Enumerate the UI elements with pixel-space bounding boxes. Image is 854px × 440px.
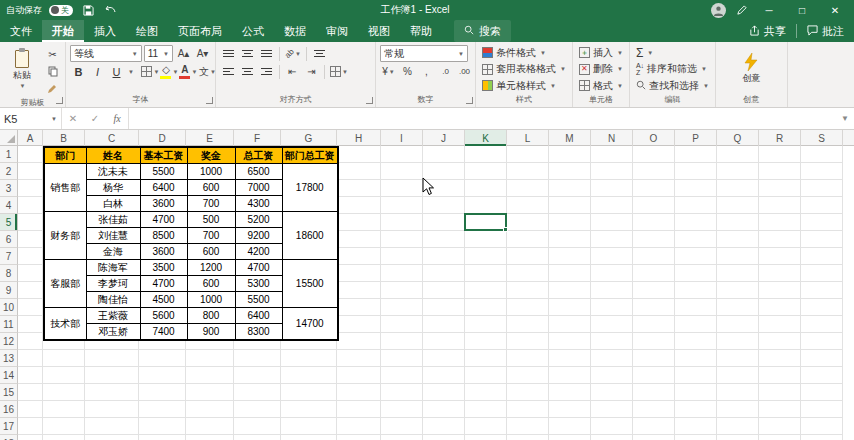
cell-N11[interactable] bbox=[591, 316, 633, 333]
cell-Q1[interactable] bbox=[717, 146, 759, 163]
cancel-entry-icon[interactable]: ✕ bbox=[62, 108, 84, 129]
tab-数据[interactable]: 数据 bbox=[274, 20, 316, 42]
cell-J17[interactable] bbox=[423, 418, 465, 435]
column-header-K[interactable]: K bbox=[465, 130, 507, 146]
cell-K11[interactable] bbox=[465, 316, 507, 333]
italic-button[interactable]: I bbox=[89, 64, 106, 79]
cell-A13[interactable] bbox=[18, 350, 43, 367]
cell-J11[interactable] bbox=[423, 316, 465, 333]
cell-L6[interactable] bbox=[507, 231, 549, 248]
fill-color-button[interactable]: ◇▼ bbox=[161, 64, 178, 79]
cell-Q14[interactable] bbox=[717, 367, 759, 384]
insert-function-button[interactable]: fx bbox=[106, 108, 128, 129]
cell-F13[interactable] bbox=[234, 350, 281, 367]
cell-A4[interactable] bbox=[18, 197, 43, 214]
cell-C14[interactable] bbox=[85, 367, 139, 384]
dept-cell[interactable]: 技术部 bbox=[44, 308, 86, 341]
cell-Q17[interactable] bbox=[717, 418, 759, 435]
cell-O5[interactable] bbox=[633, 214, 675, 231]
cell-M9[interactable] bbox=[549, 282, 591, 299]
table-cell[interactable]: 1000 bbox=[187, 164, 235, 180]
column-header-B[interactable]: B bbox=[43, 130, 85, 146]
cell-N15[interactable] bbox=[591, 384, 633, 401]
cell-O4[interactable] bbox=[633, 197, 675, 214]
table-cell[interactable]: 邓玉娇 bbox=[86, 324, 140, 341]
table-cell[interactable]: 600 bbox=[187, 276, 235, 292]
cell-G16[interactable] bbox=[281, 401, 337, 418]
cell-H11[interactable] bbox=[337, 316, 381, 333]
cell-Q16[interactable] bbox=[717, 401, 759, 418]
table-cell[interactable]: 600 bbox=[187, 180, 235, 196]
percent-button[interactable]: % bbox=[399, 64, 416, 79]
borders-button[interactable]: ▼ bbox=[142, 64, 159, 79]
cell-F17[interactable] bbox=[234, 418, 281, 435]
cell-A9[interactable] bbox=[18, 282, 43, 299]
cell-E18[interactable] bbox=[186, 435, 234, 440]
cell-F15[interactable] bbox=[234, 384, 281, 401]
column-header-I[interactable]: I bbox=[381, 130, 423, 146]
row-header-16[interactable]: 16 bbox=[0, 401, 18, 418]
cell-M3[interactable] bbox=[549, 180, 591, 197]
cell-D13[interactable] bbox=[139, 350, 186, 367]
find-select-button[interactable]: 查找和选择▼ bbox=[634, 78, 711, 93]
cell-I13[interactable] bbox=[381, 350, 423, 367]
undo-icon[interactable] bbox=[103, 2, 119, 18]
cell-J18[interactable] bbox=[423, 435, 465, 440]
cell-C13[interactable] bbox=[85, 350, 139, 367]
cell-N12[interactable] bbox=[591, 333, 633, 350]
cut-button[interactable]: ✂ bbox=[44, 47, 61, 62]
cell-G18[interactable] bbox=[281, 435, 337, 440]
comma-button[interactable]: , bbox=[418, 64, 435, 79]
cell-K6[interactable] bbox=[465, 231, 507, 248]
close-button[interactable]: ✕ bbox=[822, 0, 848, 20]
cell-O1[interactable] bbox=[633, 146, 675, 163]
cell-Q12[interactable] bbox=[717, 333, 759, 350]
cell-P15[interactable] bbox=[675, 384, 717, 401]
cell-O13[interactable] bbox=[633, 350, 675, 367]
cell-N5[interactable] bbox=[591, 214, 633, 231]
cell-S5[interactable] bbox=[801, 214, 843, 231]
column-header-F[interactable]: F bbox=[234, 130, 281, 146]
table-cell[interactable]: 5600 bbox=[140, 308, 187, 324]
row-header-3[interactable]: 3 bbox=[0, 180, 18, 197]
table-cell[interactable]: 5300 bbox=[235, 276, 282, 292]
cell-H17[interactable] bbox=[337, 418, 381, 435]
cell-I2[interactable] bbox=[381, 163, 423, 180]
cell-Q8[interactable] bbox=[717, 265, 759, 282]
tab-开始[interactable]: 开始 bbox=[42, 20, 84, 42]
select-all-button[interactable] bbox=[0, 130, 18, 145]
cell-Q4[interactable] bbox=[717, 197, 759, 214]
cell-A11[interactable] bbox=[18, 316, 43, 333]
cell-P8[interactable] bbox=[675, 265, 717, 282]
wrap-text-button[interactable] bbox=[311, 46, 328, 61]
table-cell[interactable]: 700 bbox=[187, 196, 235, 212]
table-cell[interactable]: 6400 bbox=[235, 308, 282, 324]
column-header-O[interactable]: O bbox=[633, 130, 675, 146]
delete-cells-button[interactable]: ✕ 删除▼ bbox=[577, 62, 625, 77]
align-left-button[interactable] bbox=[220, 64, 237, 79]
cell-H15[interactable] bbox=[337, 384, 381, 401]
cell-N8[interactable] bbox=[591, 265, 633, 282]
cell-P18[interactable] bbox=[675, 435, 717, 440]
table-cell[interactable]: 刘佳慧 bbox=[86, 228, 140, 244]
cell-J6[interactable] bbox=[423, 231, 465, 248]
row-header-5[interactable]: 5 bbox=[0, 214, 18, 231]
cell-O11[interactable] bbox=[633, 316, 675, 333]
cell-J16[interactable] bbox=[423, 401, 465, 418]
cell-I10[interactable] bbox=[381, 299, 423, 316]
cell-N13[interactable] bbox=[591, 350, 633, 367]
cell-J8[interactable] bbox=[423, 265, 465, 282]
cell-Q18[interactable] bbox=[717, 435, 759, 440]
cell-I8[interactable] bbox=[381, 265, 423, 282]
cell-P2[interactable] bbox=[675, 163, 717, 180]
cell-O9[interactable] bbox=[633, 282, 675, 299]
cell-S15[interactable] bbox=[801, 384, 843, 401]
cell-S14[interactable] bbox=[801, 367, 843, 384]
cell-O2[interactable] bbox=[633, 163, 675, 180]
currency-button[interactable]: ¥▼ bbox=[380, 64, 397, 79]
table-cell[interactable]: 李梦珂 bbox=[86, 276, 140, 292]
cell-S1[interactable] bbox=[801, 146, 843, 163]
cell-S4[interactable] bbox=[801, 197, 843, 214]
cell-K2[interactable] bbox=[465, 163, 507, 180]
row-header-9[interactable]: 9 bbox=[0, 282, 18, 299]
